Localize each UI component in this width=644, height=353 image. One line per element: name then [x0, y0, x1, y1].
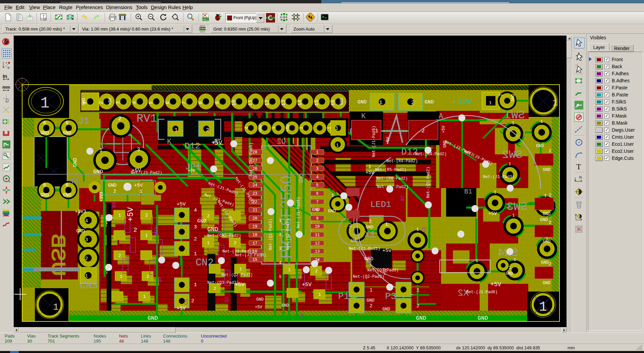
- svg-text:φ: φ: [7, 65, 9, 69]
- svg-text:mm: mm: [2, 85, 10, 90]
- svg-text:NET: NET: [203, 18, 208, 21]
- svg-text:N: N: [579, 176, 582, 179]
- svg-text:r: r: [6, 60, 7, 64]
- svg-text:T: T: [576, 162, 581, 171]
- svg-text:In: In: [3, 73, 7, 79]
